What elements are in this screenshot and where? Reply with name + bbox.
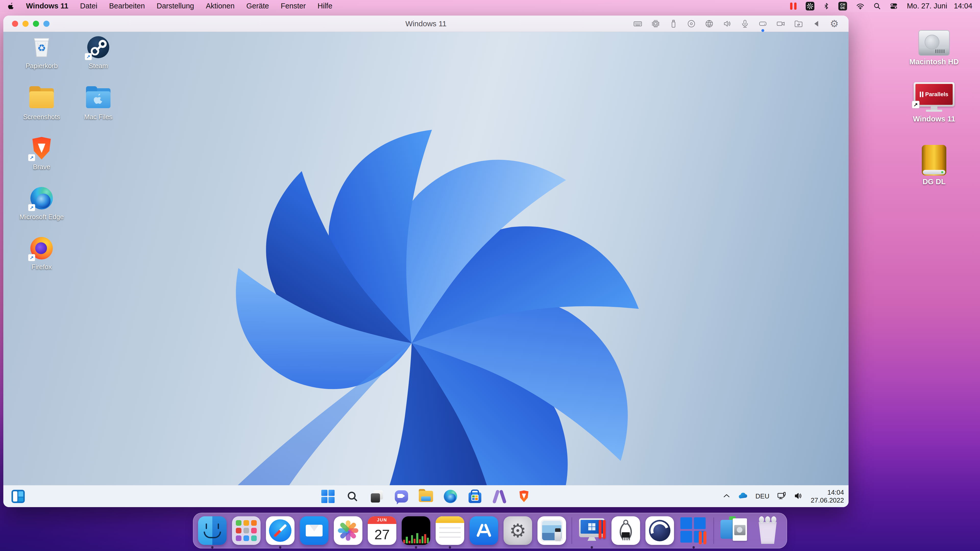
volume-icon[interactable] bbox=[794, 492, 803, 501]
coherence-button[interactable] bbox=[43, 21, 49, 27]
disk-activity-indicator bbox=[762, 29, 764, 32]
dock-launchpad[interactable] bbox=[232, 516, 261, 545]
brave-taskbar-icon[interactable] bbox=[517, 489, 531, 503]
shared-folder-icon[interactable] bbox=[793, 17, 804, 30]
calendar-day: 27 bbox=[368, 524, 396, 545]
running-indicator bbox=[449, 546, 451, 548]
cd-dvd-icon[interactable] bbox=[686, 17, 697, 30]
settings-gear-icon[interactable]: ⚙ bbox=[829, 17, 840, 30]
zoom-button[interactable] bbox=[33, 21, 39, 27]
desktop-icon-brave[interactable]: ↗ Brave bbox=[14, 136, 70, 171]
dock-notes[interactable] bbox=[436, 516, 464, 545]
menubar-clock[interactable]: Mo. 27. Juni 14:04 bbox=[907, 2, 972, 10]
svg-text:♻: ♻ bbox=[37, 43, 46, 53]
edge-taskbar-icon[interactable] bbox=[443, 489, 458, 503]
dock-app-store[interactable] bbox=[469, 516, 498, 545]
window-title-bar[interactable]: Windows 11 ⚙ bbox=[3, 16, 849, 32]
menu-item-bearbeiten[interactable]: Bearbeiten bbox=[109, 2, 145, 10]
parallels-pause-icon[interactable] bbox=[790, 2, 797, 11]
dock-downloads-stack[interactable] bbox=[719, 516, 748, 545]
taskbar-center-icons bbox=[321, 489, 531, 503]
chat-icon[interactable] bbox=[394, 489, 409, 503]
control-center-icon[interactable] bbox=[890, 2, 897, 11]
menubar-app-name[interactable]: Windows 11 bbox=[26, 2, 68, 10]
taskbar-search-icon[interactable] bbox=[345, 489, 360, 503]
system-tray: DEU 14:04 27.06.2022 bbox=[723, 486, 844, 507]
dock-windows-11-vm[interactable] bbox=[679, 516, 708, 545]
processor-icon[interactable] bbox=[650, 17, 661, 30]
network-icon[interactable] bbox=[777, 492, 786, 501]
keyboard-language-indicator[interactable]: DEU bbox=[756, 492, 770, 500]
dock-photos[interactable] bbox=[334, 516, 363, 545]
desktop-icon-steam[interactable]: ↗ Steam bbox=[70, 35, 126, 70]
desktop-icon-papierkorb[interactable]: ♻ Papierkorb bbox=[14, 35, 70, 70]
dock-trash[interactable] bbox=[753, 516, 782, 545]
menu-item-hilfe[interactable]: Hilfe bbox=[318, 2, 332, 10]
fan-icon[interactable] bbox=[806, 2, 815, 11]
task-view-icon[interactable] bbox=[370, 489, 384, 503]
desktop-icon-mac-files[interactable]: Mac Files bbox=[70, 86, 126, 121]
desktop-icon-microsoft-edge[interactable]: ↗ Microsoft Edge bbox=[14, 186, 70, 221]
dock-safari[interactable] bbox=[266, 516, 294, 545]
dock-calendar[interactable]: JUN 27 bbox=[368, 516, 396, 545]
microphone-icon[interactable] bbox=[739, 17, 751, 30]
menu-item-fenster[interactable]: Fenster bbox=[281, 2, 306, 10]
widgets-button[interactable] bbox=[11, 490, 25, 503]
windows-desktop[interactable]: ♻ Papierkorb Screenshots ↗ Brave ↗ Micro… bbox=[3, 32, 849, 485]
dock-cinema-4d[interactable] bbox=[646, 516, 674, 545]
desktop-icon-screenshots[interactable]: Screenshots bbox=[14, 86, 70, 121]
blue-folder-apple-icon bbox=[86, 86, 110, 110]
dock-parallels-desktop[interactable] bbox=[578, 516, 606, 545]
tray-chevron-icon[interactable] bbox=[723, 493, 730, 499]
mac-icon-windows-11-vm[interactable]: Parallels ↗ Windows 11 bbox=[896, 82, 972, 123]
menu-item-datei[interactable]: Datei bbox=[80, 2, 97, 10]
sound-icon[interactable] bbox=[721, 17, 733, 30]
menu-item-aktionen[interactable]: Aktionen bbox=[206, 2, 234, 10]
onedrive-icon[interactable] bbox=[738, 492, 748, 500]
desktop-icon-firefox[interactable]: ↗ Firefox bbox=[14, 236, 70, 271]
camera-icon[interactable] bbox=[775, 17, 786, 30]
desktop-icon-label: Mac Files bbox=[84, 113, 112, 121]
menu-bar: Windows 11 Datei Bearbeiten Darstellung … bbox=[0, 0, 980, 12]
dock-hardware-measure-app[interactable] bbox=[611, 516, 640, 545]
running-indicator bbox=[693, 546, 695, 548]
dock-system-preferences[interactable]: ⚙ bbox=[504, 516, 532, 545]
back-triangle-icon[interactable] bbox=[811, 17, 822, 30]
menu-item-geraete[interactable]: Geräte bbox=[246, 2, 269, 10]
desktop-icon-label: Papierkorb bbox=[25, 62, 58, 70]
taskbar-date: 27.06.2022 bbox=[811, 496, 844, 504]
hard-disk-icon[interactable] bbox=[757, 17, 768, 30]
windows-bloom-wallpaper bbox=[113, 57, 700, 485]
firefox-icon: ↗ bbox=[29, 236, 54, 260]
minimize-button[interactable] bbox=[22, 21, 29, 27]
file-explorer-icon[interactable] bbox=[419, 489, 433, 503]
apple-menu-icon[interactable] bbox=[8, 2, 14, 11]
network-globe-icon[interactable] bbox=[703, 17, 715, 30]
microsoft-store-icon[interactable] bbox=[468, 489, 482, 503]
menu-item-darstellung[interactable]: Darstellung bbox=[157, 2, 194, 10]
keyboard-layout-badge[interactable]: CH DE bbox=[838, 2, 847, 11]
close-button[interactable] bbox=[12, 21, 18, 27]
usb-icon[interactable] bbox=[668, 17, 679, 30]
dock-window-utility-app[interactable] bbox=[538, 516, 566, 545]
dock-mail[interactable] bbox=[300, 516, 328, 545]
start-button[interactable] bbox=[321, 489, 335, 503]
shortcut-arrow-badge: ↗ bbox=[85, 53, 92, 60]
keyboard-icon[interactable] bbox=[632, 17, 643, 30]
parallels-screen-text: Parallels bbox=[925, 91, 948, 98]
desktop-icon-label: Microsoft Edge bbox=[19, 213, 64, 221]
spotlight-search-icon[interactable] bbox=[873, 2, 881, 11]
mac-icon-macintosh-hd[interactable]: Macintosh HD bbox=[896, 30, 972, 66]
purple-app-icon[interactable] bbox=[492, 489, 507, 503]
alias-arrow-badge: ↗ bbox=[912, 101, 919, 108]
dock-finder[interactable] bbox=[198, 516, 227, 545]
taskbar-clock[interactable]: 14:04 27.06.2022 bbox=[811, 489, 844, 504]
bluetooth-icon[interactable] bbox=[824, 2, 829, 11]
mac-icon-dg-dl[interactable]: DG DL bbox=[896, 145, 972, 186]
wifi-icon[interactable] bbox=[856, 2, 864, 11]
menubar-time: 14:04 bbox=[954, 2, 972, 10]
running-indicator bbox=[415, 546, 417, 548]
shortcut-arrow-badge: ↗ bbox=[28, 204, 35, 211]
brave-icon: ↗ bbox=[29, 136, 54, 160]
dock-activity-graph-app[interactable] bbox=[402, 516, 430, 545]
